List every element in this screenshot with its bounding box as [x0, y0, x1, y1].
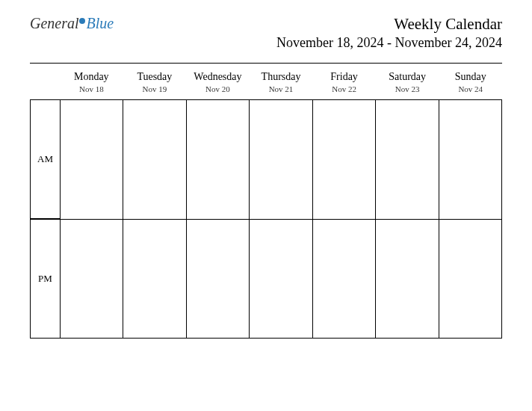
day-head: Friday Nov 22 [312, 68, 376, 99]
calendar-cell [375, 219, 438, 339]
day-date: Nov 18 [60, 84, 123, 93]
calendar-cell [123, 219, 185, 339]
day-head: Thursday Nov 21 [250, 68, 313, 99]
page: General Blue Weekly Calendar November 18… [0, 0, 532, 353]
day-name: Tuesday [123, 71, 187, 83]
day-date: Nov 24 [439, 84, 502, 93]
logo-text-blue: Blue [87, 15, 114, 32]
day-date: Nov 21 [250, 84, 313, 93]
brand-logo: General Blue [30, 15, 114, 32]
period-label: PM [30, 219, 60, 339]
calendar-cell [123, 99, 185, 219]
calendar-cell [312, 99, 375, 219]
day-date: Nov 19 [123, 84, 187, 93]
day-name: Monday [60, 71, 123, 83]
title-block: Weekly Calendar November 18, 2024 - Nove… [276, 15, 502, 51]
calendar-cell [60, 219, 123, 339]
day-name: Saturday [376, 71, 439, 83]
day-date: Nov 20 [186, 84, 250, 93]
day-head: Wednesday Nov 20 [186, 68, 250, 99]
calendar-cell [439, 99, 502, 219]
weekly-calendar: Monday Nov 18 Tuesday Nov 19 Wednesday N… [30, 68, 502, 339]
calendar-head-row: Monday Nov 18 Tuesday Nov 19 Wednesday N… [30, 68, 502, 99]
day-head: Tuesday Nov 19 [123, 68, 187, 99]
period-col-spacer [30, 68, 60, 99]
calendar-row-am: AM [30, 99, 502, 219]
calendar-cell [439, 219, 502, 339]
day-head: Saturday Nov 23 [376, 68, 439, 99]
day-date: Nov 23 [376, 84, 439, 93]
day-head: Monday Nov 18 [60, 68, 123, 99]
header: General Blue Weekly Calendar November 18… [30, 15, 502, 51]
calendar-row-pm: PM [30, 219, 502, 339]
day-name: Sunday [439, 71, 502, 83]
calendar-cell [249, 219, 312, 339]
date-range: November 18, 2024 - November 24, 2024 [276, 35, 502, 51]
period-label: AM [30, 99, 60, 219]
calendar-cell [186, 99, 249, 219]
day-name: Wednesday [186, 71, 250, 83]
logo-dot-icon [79, 18, 85, 24]
calendar-cell [375, 99, 438, 219]
header-divider [30, 63, 502, 64]
day-head: Sunday Nov 24 [439, 68, 502, 99]
day-date: Nov 22 [312, 84, 376, 93]
calendar-cell [186, 219, 249, 339]
calendar-cell [312, 219, 375, 339]
page-title: Weekly Calendar [276, 15, 502, 34]
calendar-cell [249, 99, 312, 219]
day-name: Thursday [250, 71, 313, 83]
logo-text-general: General [30, 15, 79, 32]
calendar-cell [60, 99, 123, 219]
day-name: Friday [312, 71, 376, 83]
